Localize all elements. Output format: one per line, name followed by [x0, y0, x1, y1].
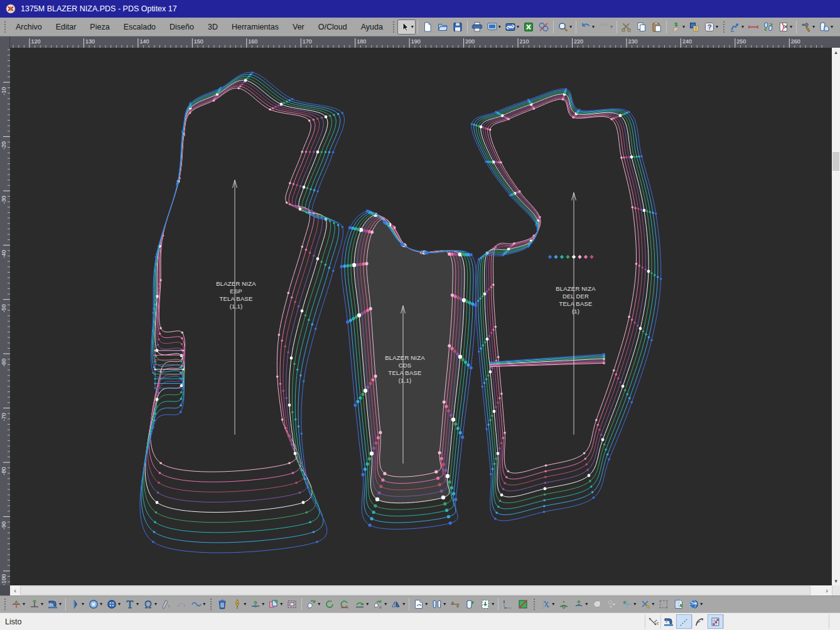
dropdown-arrow-icon[interactable]: ▾ — [633, 602, 636, 607]
export-excel-button[interactable] — [521, 19, 536, 35]
rotate-free-button[interactable] — [322, 597, 337, 612]
scroll-up-icon[interactable]: ▴ — [832, 48, 840, 57]
cut-button[interactable] — [619, 19, 634, 35]
dropdown-arrow-icon[interactable]: ▾ — [569, 24, 572, 30]
vertical-scroll-thumb[interactable] — [832, 152, 839, 171]
sew-indicator-icon[interactable] — [660, 614, 676, 629]
print-button[interactable] — [470, 19, 485, 35]
delete-tool-button[interactable] — [215, 597, 230, 612]
send-to-screen-button[interactable]: ▾ — [503, 19, 521, 35]
buttonhole-button[interactable]: ▾ — [104, 597, 122, 612]
new-sheet-button[interactable]: ▾ — [411, 597, 429, 612]
dropdown-arrow-icon[interactable]: ▾ — [716, 24, 718, 30]
dropdown-arrow-icon[interactable]: ▾ — [552, 602, 554, 607]
scroll-down-icon[interactable]: ▾ — [832, 577, 840, 585]
grade-move-button[interactable]: ▾ — [571, 597, 590, 612]
toolbar-grip[interactable] — [723, 21, 724, 33]
dropdown-arrow-icon[interactable]: ▾ — [592, 24, 595, 30]
grade-cross-button[interactable]: ▾ — [620, 597, 638, 612]
route-check-button[interactable] — [536, 19, 551, 35]
toolbar-grip[interactable] — [4, 599, 6, 610]
copy-piece-button[interactable]: ▾ — [266, 597, 284, 612]
open-file-button[interactable] — [435, 19, 450, 35]
dropdown-arrow-icon[interactable]: ▾ — [41, 602, 43, 607]
angle-indicator-icon[interactable] — [692, 614, 708, 629]
dropdown-arrow-icon[interactable]: ▾ — [425, 602, 428, 607]
toolbar-grip[interactable] — [210, 599, 212, 610]
notch-button[interactable]: ▾ — [68, 597, 86, 612]
dropdown-arrow-icon[interactable]: ▾ — [244, 602, 246, 607]
pen-tool-button[interactable]: ▾ — [230, 597, 248, 612]
grade-fix-button[interactable]: ▾ — [638, 597, 656, 612]
cut-piece-button[interactable]: ▾ — [776, 19, 794, 35]
grade-select-button[interactable] — [656, 597, 671, 612]
menu-archivo[interactable]: Archivo — [9, 18, 49, 36]
scroll-left-icon[interactable]: ‹ — [10, 585, 20, 595]
dropdown-arrow-icon[interactable]: ▾ — [682, 24, 685, 30]
rotate-piece-button[interactable]: ▾ — [304, 597, 322, 612]
menu-escalado[interactable]: Escalado — [117, 18, 163, 36]
dropdown-arrow-icon[interactable]: ▾ — [402, 602, 405, 607]
perpendicular-point-button[interactable]: ▾ — [27, 597, 45, 612]
scale-indicator-icon[interactable]: 1.0 — [645, 614, 660, 629]
dropdown-arrow-icon[interactable]: ▾ — [23, 602, 25, 607]
dropdown-arrow-icon[interactable]: ▾ — [492, 602, 494, 607]
dropdown-arrow-icon[interactable]: ▾ — [82, 602, 84, 607]
select-rect-button[interactable] — [284, 597, 299, 612]
piece-to-3d-button[interactable] — [463, 597, 478, 612]
dropdown-arrow-icon[interactable]: ▾ — [411, 24, 414, 30]
menu-pieza[interactable]: Pieza — [83, 18, 116, 36]
rotate-measure-button[interactable] — [337, 597, 352, 612]
measure-ruler-button[interactable] — [746, 19, 761, 35]
ocloud-button[interactable]: ▾ — [686, 597, 704, 612]
grade-up-button[interactable] — [556, 597, 571, 612]
dropdown-arrow-icon[interactable]: ▾ — [812, 24, 815, 30]
menu-ver[interactable]: Ver — [286, 18, 311, 36]
print-preview-button[interactable]: ▾ — [485, 19, 503, 35]
more-tools-button[interactable]: ▾ — [835, 19, 840, 35]
dropdown-arrow-icon[interactable]: ▾ — [136, 602, 139, 607]
menu-ayuda[interactable]: Ayuda — [354, 18, 390, 36]
undo-button[interactable]: ▾ — [578, 19, 596, 35]
grade-shape-button[interactable] — [590, 597, 605, 612]
dropdown-arrow-icon[interactable]: ▾ — [366, 602, 369, 607]
rotate-segment-button[interactable]: ▾ — [352, 597, 370, 612]
dropdown-arrow-icon[interactable]: ▾ — [318, 602, 320, 607]
piece-import-button[interactable]: ▾ — [478, 597, 496, 612]
menu-dise-o[interactable]: Diseño — [163, 18, 201, 36]
dropdown-arrow-icon[interactable]: ▾ — [100, 602, 102, 607]
button-mark-button[interactable]: ▾ — [86, 597, 104, 612]
dropdown-arrow-icon[interactable]: ▾ — [280, 602, 283, 607]
dropdown-arrow-icon[interactable]: ▾ — [443, 602, 446, 607]
seam-allowance-button[interactable]: ▾ — [141, 597, 159, 612]
pattern-canvas[interactable]: BLAZER NIZAESPTELA BASE(1,1)BLAZER NIZAC… — [10, 48, 832, 585]
piece-home-button[interactable]: ▾ — [817, 19, 835, 35]
drape-curve-button[interactable] — [174, 597, 189, 612]
horizontal-scroll-track[interactable] — [20, 585, 822, 595]
corner-tool-button[interactable] — [500, 597, 515, 612]
dropdown-arrow-icon[interactable]: ▾ — [610, 24, 613, 30]
dropdown-arrow-icon[interactable]: ▾ — [790, 24, 792, 30]
dropdown-arrow-icon[interactable]: ▾ — [700, 602, 703, 607]
tools-hammer-button[interactable]: ▾ — [799, 19, 817, 35]
redo-button[interactable]: ▾ — [596, 19, 615, 35]
menu-herramientas[interactable]: Herramientas — [225, 18, 286, 36]
save-file-button[interactable] — [450, 19, 465, 35]
dropdown-arrow-icon[interactable]: ▾ — [203, 602, 205, 607]
toolbar-grip[interactable] — [4, 21, 6, 33]
panels-button[interactable] — [687, 19, 702, 35]
toolbar-grip[interactable] — [393, 21, 394, 33]
sew-tool-button[interactable]: ▾ — [45, 597, 63, 612]
scroll-right-icon[interactable]: › — [822, 585, 832, 595]
dropdown-arrow-icon[interactable]: ▾ — [585, 602, 588, 607]
paste-button[interactable] — [649, 19, 664, 35]
menu-o-cloud[interactable]: O/Cloud — [311, 18, 354, 36]
help-button[interactable]: ?▾ — [702, 19, 720, 35]
new-file-button[interactable] — [420, 19, 435, 35]
vertical-scroll-track[interactable] — [832, 57, 840, 577]
toolbar-grip[interactable] — [534, 599, 535, 610]
menu-3d[interactable]: 3D — [201, 18, 225, 36]
dropdown-arrow-icon[interactable]: ▾ — [741, 24, 744, 30]
measure-distance-button[interactable] — [448, 597, 463, 612]
select-tool-button[interactable]: ▾ — [397, 19, 416, 35]
